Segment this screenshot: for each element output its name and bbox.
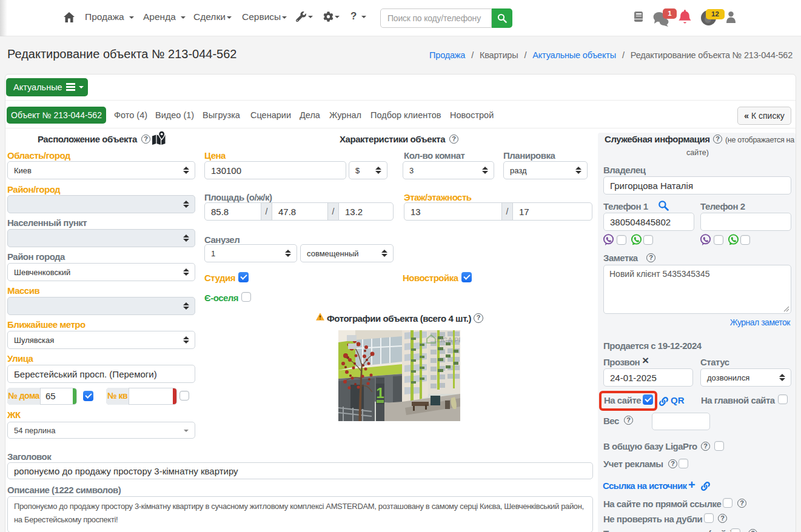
svg-text:1: 1 [376, 385, 384, 401]
svg-text:LIGA PRO: LIGA PRO [437, 336, 460, 344]
